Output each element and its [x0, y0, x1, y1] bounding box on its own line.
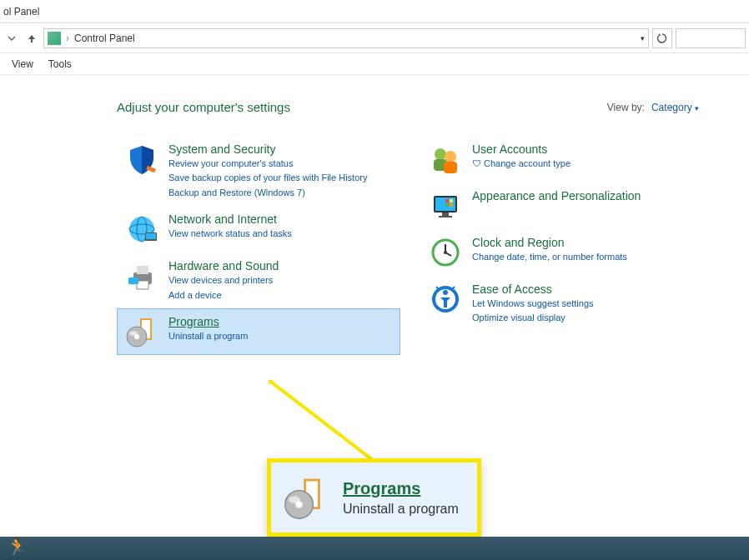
category-link[interactable]: Change date, time, or number formats: [472, 251, 627, 263]
category-title[interactable]: Hardware and Sound: [168, 259, 279, 272]
access-icon: [429, 282, 462, 316]
control-panel-icon: [48, 32, 61, 45]
svg-point-29: [444, 251, 447, 254]
category-appearance-and-personalization[interactable]: Appearance and Personalization: [420, 182, 704, 229]
clock-icon: [429, 236, 462, 269]
path-dropdown-icon[interactable]: ▾: [641, 34, 645, 42]
disc-icon: [125, 315, 158, 348]
viewby-label: View by:: [607, 102, 645, 113]
svg-rect-4: [146, 233, 156, 239]
menu-tools[interactable]: Tools: [48, 58, 72, 70]
callout-subtitle[interactable]: Uninstall a program: [343, 502, 459, 517]
svg-point-14: [435, 148, 446, 160]
shield-icon: [125, 142, 158, 176]
annotation-line: [269, 380, 377, 463]
callout-box: Programs Uninstall a program: [267, 458, 481, 537]
category-link[interactable]: Uninstall a program: [168, 330, 248, 342]
category-title[interactable]: Appearance and Personalization: [472, 189, 641, 202]
category-link[interactable]: Let Windows suggest settings: [472, 298, 594, 310]
category-link[interactable]: Review your computer's status: [168, 158, 367, 170]
address-path[interactable]: › Control Panel ▾: [43, 28, 649, 48]
content-area: Adjust your computer's settings View by:…: [0, 75, 749, 535]
svg-rect-23: [450, 199, 453, 202]
viewby-dropdown[interactable]: Category ▾: [651, 102, 699, 113]
svg-point-13: [129, 331, 138, 336]
desktop-icon: [429, 189, 462, 222]
svg-rect-20: [442, 212, 449, 216]
path-segment[interactable]: Control Panel: [74, 32, 135, 44]
printer-icon: [125, 259, 158, 292]
desktop-background: 🏃: [0, 537, 749, 560]
callout-title[interactable]: Programs: [343, 479, 459, 498]
refresh-button[interactable]: [652, 28, 672, 48]
titlebar: ol Panel: [0, 0, 749, 23]
viewby: View by: Category ▾: [607, 102, 699, 113]
menu-view[interactable]: View: [12, 58, 33, 70]
category-link[interactable]: Save backup copies of your files with Fi…: [168, 172, 367, 184]
category-title[interactable]: Clock and Region: [472, 236, 627, 249]
category-hardware-and-sound[interactable]: Hardware and SoundView devices and print…: [117, 252, 400, 308]
category-system-and-security[interactable]: System and SecurityReview your computer'…: [117, 136, 400, 206]
search-input[interactable]: [676, 28, 746, 48]
category-title[interactable]: User Accounts: [472, 142, 571, 156]
window-title: ol Panel: [3, 6, 39, 18]
category-link[interactable]: View network status and tasks: [168, 228, 292, 240]
category-title[interactable]: Programs: [168, 315, 248, 328]
users-icon: [429, 142, 462, 176]
category-user-accounts[interactable]: User Accounts🛡 Change account type: [420, 136, 704, 182]
menubar: View Tools: [0, 53, 749, 75]
addressbar: › Control Panel ▾: [0, 23, 749, 53]
category-clock-and-region[interactable]: Clock and RegionChange date, time, or nu…: [420, 229, 704, 276]
category-link[interactable]: Backup and Restore (Windows 7): [168, 187, 367, 199]
svg-rect-21: [439, 216, 452, 218]
category-title[interactable]: Ease of Access: [472, 282, 594, 296]
globe-icon: [125, 212, 158, 246]
svg-rect-17: [444, 162, 457, 173]
svg-point-34: [269, 380, 273, 384]
page-title: Adjust your computer's settings: [117, 100, 290, 114]
svg-rect-25: [450, 203, 453, 207]
chevron-down-icon: ▾: [695, 104, 699, 112]
category-link[interactable]: View devices and printers: [168, 274, 279, 287]
svg-rect-7: [137, 281, 148, 289]
category-link[interactable]: Add a device: [168, 289, 279, 302]
history-dropdown[interactable]: [3, 30, 20, 47]
category-network-and-internet[interactable]: Network and InternetView network status …: [117, 206, 400, 252]
disc-icon: [283, 474, 329, 521]
category-programs[interactable]: ProgramsUninstall a program: [117, 308, 400, 355]
svg-point-16: [445, 151, 456, 162]
category-title[interactable]: System and Security: [168, 142, 367, 156]
svg-point-39: [289, 497, 300, 503]
svg-rect-22: [445, 199, 449, 202]
path-separator-icon: ›: [66, 32, 69, 44]
category-link[interactable]: Optimize visual display: [472, 312, 594, 324]
svg-line-33: [269, 380, 377, 463]
runner-silhouette: 🏃: [7, 537, 28, 557]
svg-rect-8: [128, 278, 138, 284]
svg-rect-24: [445, 203, 449, 207]
category-ease-of-access[interactable]: Ease of AccessLet Windows suggest settin…: [420, 276, 704, 332]
svg-rect-6: [137, 266, 148, 274]
category-link[interactable]: 🛡 Change account type: [472, 158, 571, 170]
category-title[interactable]: Network and Internet: [168, 212, 292, 226]
up-button[interactable]: [23, 30, 40, 47]
svg-point-32: [443, 290, 448, 295]
